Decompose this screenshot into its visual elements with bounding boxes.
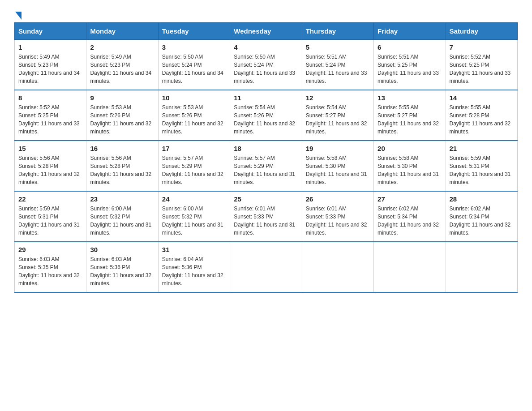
day-number: 20 <box>378 145 442 152</box>
day-number: 30 <box>90 246 154 253</box>
day-number: 6 <box>378 43 442 51</box>
calendar-day-cell: 3 Sunrise: 5:50 AM Sunset: 5:24 PM Dayli… <box>158 40 230 90</box>
calendar-day-cell: 7 Sunrise: 5:52 AM Sunset: 5:25 PM Dayli… <box>446 40 517 90</box>
day-of-week-header: Tuesday <box>158 23 230 40</box>
calendar-day-cell: 17 Sunrise: 5:57 AM Sunset: 5:29 PM Dayl… <box>158 141 230 191</box>
day-number: 17 <box>162 145 226 152</box>
day-info: Sunrise: 5:49 AM Sunset: 5:23 PM Dayligh… <box>18 53 82 85</box>
calendar-week-row: 29 Sunrise: 6:03 AM Sunset: 5:35 PM Dayl… <box>15 242 518 292</box>
calendar-day-cell: 10 Sunrise: 5:53 AM Sunset: 5:26 PM Dayl… <box>158 90 230 141</box>
day-number: 24 <box>162 195 226 203</box>
day-number: 9 <box>90 94 154 102</box>
day-of-week-header: Wednesday <box>230 23 302 40</box>
calendar-day-cell: 22 Sunrise: 5:59 AM Sunset: 5:31 PM Dayl… <box>15 191 86 242</box>
calendar-day-cell <box>446 242 517 292</box>
calendar-day-cell <box>302 242 373 292</box>
day-info: Sunrise: 5:50 AM Sunset: 5:24 PM Dayligh… <box>234 53 298 85</box>
day-number: 16 <box>90 145 154 152</box>
day-info: Sunrise: 6:02 AM Sunset: 5:34 PM Dayligh… <box>378 205 442 237</box>
calendar-day-cell: 31 Sunrise: 6:04 AM Sunset: 5:36 PM Dayl… <box>158 242 230 292</box>
day-number: 27 <box>378 195 442 203</box>
day-number: 18 <box>234 145 298 152</box>
day-info: Sunrise: 5:57 AM Sunset: 5:29 PM Dayligh… <box>234 154 298 186</box>
day-info: Sunrise: 5:58 AM Sunset: 5:30 PM Dayligh… <box>378 154 442 186</box>
day-info: Sunrise: 6:04 AM Sunset: 5:36 PM Dayligh… <box>162 255 226 287</box>
day-info: Sunrise: 6:03 AM Sunset: 5:36 PM Dayligh… <box>90 255 154 287</box>
calendar-day-cell: 16 Sunrise: 5:56 AM Sunset: 5:28 PM Dayl… <box>86 141 158 191</box>
calendar-day-cell: 25 Sunrise: 6:01 AM Sunset: 5:33 PM Dayl… <box>230 191 302 242</box>
calendar-day-cell: 21 Sunrise: 5:59 AM Sunset: 5:31 PM Dayl… <box>446 141 517 191</box>
day-of-week-header: Friday <box>374 23 446 40</box>
page-header <box>14 11 518 18</box>
day-info: Sunrise: 5:56 AM Sunset: 5:28 PM Dayligh… <box>90 154 154 186</box>
day-info: Sunrise: 5:53 AM Sunset: 5:26 PM Dayligh… <box>162 103 226 136</box>
calendar-day-cell: 18 Sunrise: 5:57 AM Sunset: 5:29 PM Dayl… <box>230 141 302 191</box>
day-number: 29 <box>18 246 82 253</box>
day-number: 25 <box>234 195 298 203</box>
calendar-day-cell: 15 Sunrise: 5:56 AM Sunset: 5:28 PM Dayl… <box>15 141 86 191</box>
calendar-day-cell: 30 Sunrise: 6:03 AM Sunset: 5:36 PM Dayl… <box>86 242 158 292</box>
day-number: 14 <box>450 94 514 102</box>
calendar-day-cell: 29 Sunrise: 6:03 AM Sunset: 5:35 PM Dayl… <box>15 242 86 292</box>
day-number: 31 <box>162 246 226 253</box>
day-info: Sunrise: 5:51 AM Sunset: 5:24 PM Dayligh… <box>306 53 370 85</box>
day-number: 5 <box>306 43 370 51</box>
calendar-week-row: 15 Sunrise: 5:56 AM Sunset: 5:28 PM Dayl… <box>15 141 518 191</box>
day-number: 23 <box>90 195 154 203</box>
calendar-day-cell <box>374 242 446 292</box>
day-number: 10 <box>162 94 226 102</box>
day-info: Sunrise: 5:50 AM Sunset: 5:24 PM Dayligh… <box>162 53 226 85</box>
calendar-day-cell: 20 Sunrise: 5:58 AM Sunset: 5:30 PM Dayl… <box>374 141 446 191</box>
day-number: 3 <box>162 43 226 51</box>
calendar-day-cell: 1 Sunrise: 5:49 AM Sunset: 5:23 PM Dayli… <box>15 40 86 90</box>
calendar-day-cell: 26 Sunrise: 6:01 AM Sunset: 5:33 PM Dayl… <box>302 191 373 242</box>
day-number: 7 <box>450 43 514 51</box>
day-info: Sunrise: 5:58 AM Sunset: 5:30 PM Dayligh… <box>306 154 370 186</box>
day-info: Sunrise: 5:55 AM Sunset: 5:27 PM Dayligh… <box>378 103 442 136</box>
day-info: Sunrise: 5:55 AM Sunset: 5:28 PM Dayligh… <box>450 103 514 136</box>
day-number: 21 <box>450 145 514 152</box>
day-info: Sunrise: 5:59 AM Sunset: 5:31 PM Dayligh… <box>18 205 82 237</box>
day-info: Sunrise: 5:54 AM Sunset: 5:26 PM Dayligh… <box>234 103 298 136</box>
calendar-day-cell: 24 Sunrise: 6:00 AM Sunset: 5:32 PM Dayl… <box>158 191 230 242</box>
logo <box>14 11 21 18</box>
day-info: Sunrise: 6:01 AM Sunset: 5:33 PM Dayligh… <box>234 205 298 237</box>
calendar-day-cell: 2 Sunrise: 5:49 AM Sunset: 5:23 PM Dayli… <box>86 40 158 90</box>
day-info: Sunrise: 5:54 AM Sunset: 5:27 PM Dayligh… <box>306 103 370 136</box>
calendar-day-cell <box>230 242 302 292</box>
calendar-day-cell: 8 Sunrise: 5:52 AM Sunset: 5:25 PM Dayli… <box>15 90 86 141</box>
day-info: Sunrise: 5:57 AM Sunset: 5:29 PM Dayligh… <box>162 154 226 186</box>
calendar-header-row: SundayMondayTuesdayWednesdayThursdayFrid… <box>15 23 518 40</box>
day-number: 4 <box>234 43 298 51</box>
calendar-day-cell: 12 Sunrise: 5:54 AM Sunset: 5:27 PM Dayl… <box>302 90 373 141</box>
calendar-day-cell: 5 Sunrise: 5:51 AM Sunset: 5:24 PM Dayli… <box>302 40 373 90</box>
calendar-day-cell: 23 Sunrise: 6:00 AM Sunset: 5:32 PM Dayl… <box>86 191 158 242</box>
calendar-day-cell: 4 Sunrise: 5:50 AM Sunset: 5:24 PM Dayli… <box>230 40 302 90</box>
calendar-day-cell: 19 Sunrise: 5:58 AM Sunset: 5:30 PM Dayl… <box>302 141 373 191</box>
calendar-week-row: 1 Sunrise: 5:49 AM Sunset: 5:23 PM Dayli… <box>15 40 518 90</box>
calendar-week-row: 8 Sunrise: 5:52 AM Sunset: 5:25 PM Dayli… <box>15 90 518 141</box>
day-of-week-header: Sunday <box>15 23 86 40</box>
day-info: Sunrise: 5:59 AM Sunset: 5:31 PM Dayligh… <box>450 154 514 186</box>
calendar-day-cell: 13 Sunrise: 5:55 AM Sunset: 5:27 PM Dayl… <box>374 90 446 141</box>
day-info: Sunrise: 5:56 AM Sunset: 5:28 PM Dayligh… <box>18 154 82 186</box>
calendar-body: 1 Sunrise: 5:49 AM Sunset: 5:23 PM Dayli… <box>15 40 518 293</box>
day-number: 28 <box>450 195 514 203</box>
day-number: 8 <box>18 94 82 102</box>
day-info: Sunrise: 5:52 AM Sunset: 5:25 PM Dayligh… <box>450 53 514 85</box>
logo-triangle-icon <box>15 12 21 20</box>
calendar-week-row: 22 Sunrise: 5:59 AM Sunset: 5:31 PM Dayl… <box>15 191 518 242</box>
day-info: Sunrise: 5:51 AM Sunset: 5:25 PM Dayligh… <box>378 53 442 85</box>
calendar-day-cell: 14 Sunrise: 5:55 AM Sunset: 5:28 PM Dayl… <box>446 90 517 141</box>
day-number: 12 <box>306 94 370 102</box>
day-number: 11 <box>234 94 298 102</box>
day-info: Sunrise: 5:53 AM Sunset: 5:26 PM Dayligh… <box>90 103 154 136</box>
day-info: Sunrise: 6:03 AM Sunset: 5:35 PM Dayligh… <box>18 255 82 287</box>
day-number: 19 <box>306 145 370 152</box>
calendar-day-cell: 28 Sunrise: 6:02 AM Sunset: 5:34 PM Dayl… <box>446 191 517 242</box>
day-of-week-header: Monday <box>86 23 158 40</box>
day-info: Sunrise: 6:00 AM Sunset: 5:32 PM Dayligh… <box>90 205 154 237</box>
calendar-day-cell: 6 Sunrise: 5:51 AM Sunset: 5:25 PM Dayli… <box>374 40 446 90</box>
calendar-day-cell: 9 Sunrise: 5:53 AM Sunset: 5:26 PM Dayli… <box>86 90 158 141</box>
day-info: Sunrise: 6:01 AM Sunset: 5:33 PM Dayligh… <box>306 205 370 237</box>
